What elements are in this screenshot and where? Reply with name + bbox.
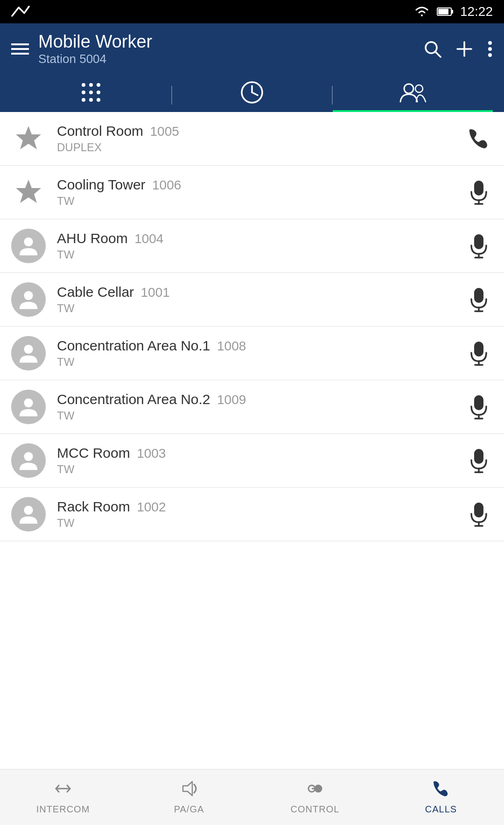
- svg-point-44: [24, 399, 33, 407]
- call-action-button[interactable]: [465, 127, 493, 150]
- contact-info: AHU Room 1004 TW: [57, 231, 465, 261]
- nav-paga[interactable]: PA/GA: [126, 769, 252, 825]
- hamburger-icon: [11, 42, 29, 56]
- svg-rect-2: [438, 9, 448, 14]
- header-action-icons: [424, 40, 493, 58]
- contact-info: MCC Room 1003 TW: [57, 445, 465, 476]
- contact-info: Control Room 1005 DUPLEX: [57, 123, 465, 154]
- svg-point-13: [82, 83, 85, 87]
- svg-line-24: [252, 92, 258, 95]
- contact-name: AHU Room: [57, 231, 128, 246]
- person-icon: [17, 288, 40, 311]
- contact-name: Rack Room: [57, 499, 130, 514]
- contact-type: DUPLEX: [57, 141, 465, 154]
- mic-action-button[interactable]: [465, 502, 493, 527]
- svg-point-16: [82, 91, 85, 94]
- nav-control[interactable]: CONTROL: [252, 769, 378, 825]
- app-logo-icon: [11, 5, 30, 19]
- svg-point-36: [24, 291, 33, 300]
- svg-point-14: [89, 83, 93, 87]
- contact-name: MCC Room: [57, 445, 130, 461]
- contact-type: TW: [57, 195, 465, 208]
- contacts-icon: [399, 80, 427, 105]
- contact-name-line: AHU Room 1004: [57, 231, 465, 246]
- mic-action-button[interactable]: [465, 394, 493, 419]
- contact-name-line: Cooling Tower 1006: [57, 177, 465, 193]
- contact-number: 1009: [217, 392, 246, 407]
- header-title-block: Mobile Worker Station 5004: [38, 32, 414, 66]
- contact-name: Concentration Area No.2: [57, 392, 210, 407]
- status-bar: 12:22: [0, 0, 504, 23]
- status-time: 12:22: [460, 4, 493, 19]
- svg-point-12: [488, 53, 492, 57]
- avatar: [11, 175, 46, 210]
- contact-number: 1003: [137, 446, 166, 461]
- svg-point-20: [89, 98, 93, 102]
- mic-action-button[interactable]: [465, 448, 493, 473]
- contact-list: Control Room 1005 DUPLEX Cooling Tower 1…: [0, 112, 504, 597]
- search-button[interactable]: [424, 40, 441, 58]
- avatar: [11, 497, 46, 531]
- mic-action-button[interactable]: [465, 341, 493, 366]
- svg-rect-41: [474, 342, 483, 357]
- contact-item: Cooling Tower 1006 TW: [0, 166, 504, 219]
- status-bar-right: 12:22: [413, 4, 493, 19]
- svg-point-26: [415, 85, 423, 92]
- contact-item: Rack Room 1002 TW: [0, 488, 504, 541]
- contact-name-line: Cable Cellar 1001: [57, 284, 465, 300]
- contact-number: 1004: [134, 231, 163, 246]
- intercom-icon: [54, 780, 72, 801]
- contact-number: 1006: [152, 178, 181, 192]
- svg-rect-37: [474, 288, 483, 303]
- nav-paga-label: PA/GA: [174, 804, 204, 815]
- nav-calls[interactable]: CALLS: [378, 769, 504, 825]
- svg-point-19: [82, 98, 85, 102]
- nav-control-label: CONTROL: [291, 804, 340, 815]
- tab-contacts[interactable]: [333, 74, 493, 112]
- svg-rect-29: [474, 181, 483, 196]
- contact-name-line: Concentration Area No.2 1009: [57, 392, 465, 407]
- more-button[interactable]: [487, 40, 493, 58]
- mic-icon: [469, 502, 488, 527]
- contact-number: 1001: [141, 285, 170, 300]
- contact-item: Concentration Area No.1 1008 TW: [0, 327, 504, 380]
- svg-point-48: [24, 452, 33, 461]
- svg-rect-53: [474, 503, 483, 517]
- contact-name-line: MCC Room 1003: [57, 445, 465, 461]
- header-top: Mobile Worker Station 5004: [11, 32, 493, 66]
- contact-type: TW: [57, 302, 465, 315]
- mic-action-button[interactable]: [465, 180, 493, 205]
- mic-action-button[interactable]: [465, 287, 493, 312]
- mic-action-button[interactable]: [465, 233, 493, 259]
- toggle-icon: [306, 780, 324, 797]
- contact-type: TW: [57, 248, 465, 261]
- mic-icon: [469, 394, 488, 419]
- menu-button[interactable]: [11, 42, 29, 56]
- nav-intercom-label: INTERCOM: [36, 804, 90, 815]
- add-icon: [455, 40, 473, 58]
- station-subtitle: Station 5004: [38, 52, 414, 66]
- contact-name-line: Rack Room 1002: [57, 499, 465, 515]
- svg-rect-45: [474, 395, 483, 410]
- contact-number: 1002: [137, 500, 166, 514]
- svg-point-17: [89, 91, 93, 94]
- avatar: [11, 121, 46, 156]
- wifi-icon: [413, 5, 430, 18]
- contact-item: AHU Room 1004 TW: [0, 219, 504, 273]
- nav-intercom[interactable]: INTERCOM: [0, 769, 126, 825]
- svg-point-11: [488, 47, 492, 51]
- contact-name-line: Concentration Area No.1 1008: [57, 338, 465, 354]
- contact-type: TW: [57, 409, 465, 422]
- contact-info: Concentration Area No.2 1009 TW: [57, 392, 465, 422]
- arrows-icon: [54, 780, 72, 797]
- person-icon: [17, 503, 40, 525]
- add-button[interactable]: [455, 40, 473, 58]
- avatar: [11, 282, 46, 317]
- svg-marker-28: [16, 180, 41, 203]
- avatar: [11, 229, 46, 263]
- contact-number: 1005: [150, 124, 179, 139]
- contact-item: Cable Cellar 1001 TW: [0, 273, 504, 327]
- tab-recent[interactable]: [172, 74, 332, 112]
- tab-dialpad[interactable]: [11, 74, 171, 112]
- mic-icon: [469, 287, 488, 312]
